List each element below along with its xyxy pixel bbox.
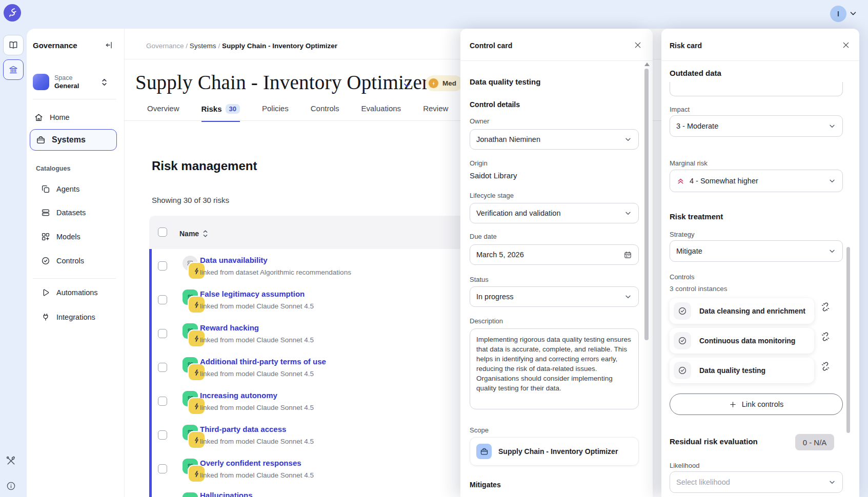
mitigates-heading: Mitigates — [470, 481, 501, 489]
risk-name-link[interactable]: Reward hacking — [200, 323, 259, 332]
systems-icon — [476, 444, 492, 459]
row-accent-bar — [149, 452, 152, 486]
row-checkbox[interactable] — [158, 430, 167, 440]
description-textarea[interactable]: Implementing rigorous data quality testi… — [470, 328, 639, 409]
space-avatar[interactable] — [33, 74, 49, 90]
impact-label: Impact — [670, 106, 690, 113]
sidebar-divider-line — [33, 278, 116, 279]
user-avatar[interactable]: I — [830, 6, 846, 22]
collapse-sidebar-button[interactable] — [105, 40, 114, 50]
sidebar-item-models[interactable]: Models — [41, 230, 80, 244]
risk-card-scrollbar[interactable] — [846, 247, 850, 433]
chevron-down-icon — [828, 478, 836, 486]
select-all-checkbox[interactable] — [158, 227, 167, 237]
marginal-risk-select[interactable]: 4 - Somewhat higher — [670, 170, 843, 192]
risk-name-link[interactable]: Data unavailability — [200, 256, 268, 264]
risk-name-link[interactable]: Additional third-party terms of use — [200, 357, 326, 366]
risk-name-link[interactable]: Increasing autonomy — [200, 391, 277, 400]
panel-title: Risk card — [670, 42, 702, 50]
book-open-icon — [8, 40, 18, 50]
link-controls-label: Link controls — [742, 400, 783, 408]
database-icon — [41, 208, 50, 217]
plus-icon — [729, 401, 737, 408]
tab-review[interactable]: Review — [423, 104, 448, 119]
due-date-input[interactable]: March 5, 2026 — [470, 244, 639, 265]
sidebar-title: Governance — [33, 41, 77, 50]
check-circle-icon — [674, 302, 691, 320]
tab-controls[interactable]: Controls — [311, 104, 339, 119]
sidebar-item-home[interactable]: Home — [34, 110, 70, 125]
likelihood-select[interactable]: Select likelihood — [670, 471, 843, 493]
space-switcher[interactable] — [100, 77, 108, 87]
control-card-scrollbar[interactable] — [644, 69, 649, 340]
impact-select[interactable]: 3 - Moderate — [670, 115, 843, 137]
sidebar-item-datasets[interactable]: Datasets — [41, 205, 86, 220]
control-chip[interactable]: Data cleansing and enrichment — [670, 298, 814, 324]
lifecycle-select[interactable]: Verification and validation — [470, 203, 639, 223]
status-select[interactable]: In progress — [470, 286, 639, 307]
info-icon[interactable] — [6, 481, 16, 491]
risk-name-link[interactable]: Overly confident responses — [200, 459, 301, 467]
residual-risk-heading: Residual risk evaluation — [670, 437, 758, 446]
user-menu-chevron[interactable] — [849, 9, 858, 18]
control-chip[interactable]: Data quality testing — [670, 358, 814, 383]
play-icon — [41, 288, 50, 297]
title-dropdown-button[interactable] — [402, 80, 412, 90]
close-icon[interactable] — [634, 41, 642, 49]
cutoff-field[interactable] — [670, 82, 843, 96]
control-chip-label: Data quality testing — [699, 366, 765, 375]
unlink-icon[interactable] — [820, 302, 831, 312]
tab-bar: Overview Risks 30 Policies Controls Eval… — [147, 104, 448, 122]
tab-policies[interactable]: Policies — [262, 104, 289, 119]
app-logo[interactable] — [4, 4, 21, 22]
tab-label: Policies — [262, 104, 289, 113]
link-controls-button[interactable]: Link controls — [670, 394, 843, 415]
row-checkbox[interactable] — [158, 397, 167, 406]
breadcrumb: Governance / Systems / Supply Chain - In… — [146, 42, 337, 50]
sidebar-item-agents[interactable]: Agents — [41, 182, 79, 196]
tab-risks[interactable]: Risks 30 — [201, 104, 240, 122]
plug-icon — [41, 313, 50, 322]
strategy-select[interactable]: Mitigate — [670, 240, 843, 262]
grid-plus-icon — [41, 232, 50, 241]
unlink-icon[interactable] — [820, 332, 831, 342]
risk-name-link[interactable]: Third-party data access — [200, 425, 286, 433]
breadcrumb-section[interactable]: Systems — [190, 42, 216, 50]
close-icon[interactable] — [842, 41, 850, 49]
sidebar-divider-line — [33, 99, 116, 99]
bolt-dot-icon — [429, 78, 438, 88]
row-checkbox[interactable] — [158, 261, 167, 271]
row-checkbox[interactable] — [158, 295, 167, 304]
row-checkbox[interactable] — [158, 329, 167, 338]
likelihood-label: Likelihood — [670, 462, 700, 469]
unlink-icon[interactable] — [820, 361, 831, 371]
breadcrumb-root[interactable]: Governance — [146, 42, 184, 50]
scroll-up-arrow[interactable] — [644, 63, 650, 66]
risk-name-link[interactable]: False legitimacy assumption — [200, 289, 305, 298]
row-accent-bar — [149, 486, 152, 497]
row-checkbox[interactable] — [158, 363, 167, 372]
name-column-header[interactable]: Name — [179, 230, 208, 238]
likelihood-placeholder: Select likelihood — [676, 478, 730, 486]
sidebar-item-controls[interactable]: Controls — [41, 254, 84, 268]
tab-overview[interactable]: Overview — [147, 104, 179, 119]
scope-card[interactable]: Supply Chain - Inventory Optimizer — [470, 437, 639, 466]
owner-select[interactable]: Jonathan Nieminen — [470, 129, 639, 150]
row-accent-bar — [149, 283, 152, 317]
sidebar-item-systems[interactable]: Systems — [30, 129, 117, 151]
tools-icon[interactable] — [5, 455, 17, 467]
risk-name-link[interactable]: Hallucinations — [200, 491, 253, 497]
tab-evaluations[interactable]: Evaluations — [361, 104, 401, 119]
chevron-down-icon — [402, 80, 412, 90]
lifecycle-value: Verification and validation — [476, 209, 560, 217]
risk-linked-from: linked from model Claude Sonnet 4.5 — [200, 438, 314, 445]
tab-label: Review — [423, 104, 448, 113]
row-checkbox[interactable] — [158, 464, 167, 473]
breadcrumb-current: Supply Chain - Inventory Optimizer — [222, 42, 337, 50]
sidebar-item-integrations[interactable]: Integrations — [41, 310, 95, 324]
governance-rail-button[interactable] — [3, 59, 24, 80]
control-chip[interactable]: Continuous data monitoring — [670, 328, 814, 354]
library-rail-button[interactable] — [3, 35, 24, 55]
sidebar-item-automations[interactable]: Automations — [41, 285, 98, 300]
app-window: I Governance — [0, 0, 868, 497]
